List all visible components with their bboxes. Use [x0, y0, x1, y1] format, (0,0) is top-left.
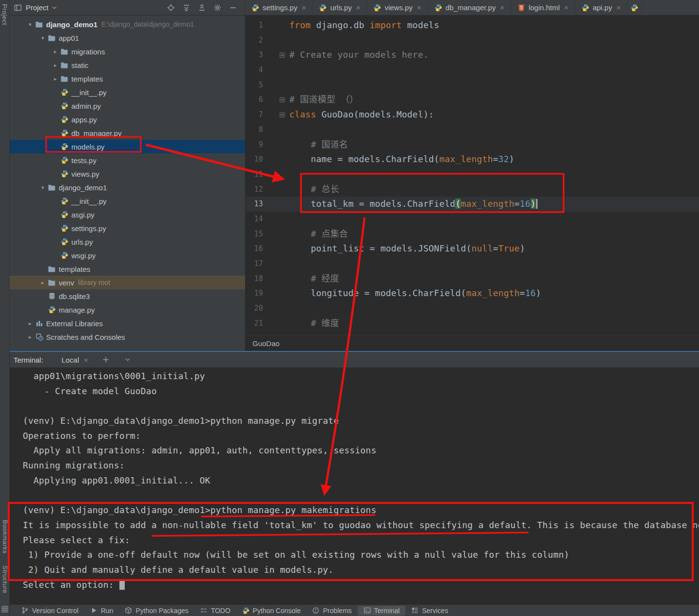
statusbar-terminal[interactable]: Terminal [358, 606, 406, 616]
chevron-right-icon[interactable]: ▸ [38, 280, 48, 286]
strip-project-label[interactable]: Project [1, 4, 8, 25]
line-number[interactable]: 12 [246, 182, 263, 197]
chevron-right-icon[interactable]: ▸ [25, 334, 35, 340]
terminal-tab-local[interactable]: Local × [62, 356, 88, 364]
statusbar-python-console[interactable]: Python Console [236, 606, 307, 616]
tree-item-django_demo1[interactable]: ▾django_demo1E:\django_data\django_demo1 [10, 17, 245, 31]
editor-tab-settings.py[interactable]: settings.py× [245, 0, 313, 15]
line-number[interactable]: 2 [246, 33, 263, 48]
code-line-11[interactable]: 11 [246, 167, 699, 182]
line-number[interactable]: 5 [246, 78, 263, 93]
code-line-2[interactable]: 2 [246, 33, 699, 48]
code-line-18[interactable]: 18 # 经度 [246, 271, 699, 286]
code-line-4[interactable]: 4 [246, 63, 699, 78]
fold-icon[interactable] [280, 112, 285, 117]
chevron-down-icon[interactable] [123, 356, 132, 364]
line-number[interactable]: 21 [246, 316, 263, 331]
editor-tab-db_manager.py[interactable]: db_manager.py× [428, 0, 511, 15]
code-line-6[interactable]: 6# 国道模型 （） [246, 92, 699, 107]
tree-item-django_demo1[interactable]: ▾django_demo1 [10, 181, 245, 194]
tree-item-asgi.py[interactable]: asgi.py [10, 208, 245, 221]
line-number[interactable]: 13 [246, 197, 263, 212]
tree-item-__init__.py[interactable]: __init__.py [10, 85, 245, 99]
tree-item-static[interactable]: ▸static [10, 58, 245, 72]
strip-bookmarks-label[interactable]: Bookmarks [1, 520, 9, 554]
line-number[interactable]: 7 [246, 107, 263, 122]
code-line-15[interactable]: 15 # 点集合 [246, 227, 699, 242]
fold-icon[interactable] [280, 52, 285, 58]
line-number[interactable]: 14 [246, 212, 263, 227]
tree-item-__init__.py[interactable]: __init__.py [10, 194, 245, 208]
chevron-right-icon[interactable]: ▸ [50, 49, 60, 55]
line-number[interactable]: 4 [246, 63, 263, 78]
code-line-10[interactable]: 10 name = models.CharField(max_length=32… [246, 152, 699, 167]
editor-tab-api.py[interactable]: api.py× [575, 0, 628, 15]
statusbar-version-control[interactable]: Version Control [16, 606, 84, 616]
chevron-right-icon[interactable]: ▸ [50, 62, 60, 68]
chevron-down-icon[interactable]: ▾ [38, 184, 48, 191]
line-number[interactable]: 16 [246, 241, 263, 256]
strip-structure-label[interactable]: Structure [1, 566, 9, 593]
close-icon[interactable]: × [417, 3, 421, 12]
code-editor[interactable]: 1from django.db import models23# Create … [245, 16, 699, 335]
tree-item-venv[interactable]: ▸venvlibrary root [10, 276, 245, 289]
chevron-right-icon[interactable]: ▸ [25, 320, 35, 327]
fold-icon[interactable] [280, 97, 285, 102]
statusbar-python-packages[interactable]: Python Packages [119, 606, 194, 616]
tree-item-Scratches-and-Consoles[interactable]: ▸Scratches and Consoles [10, 330, 245, 344]
code-line-14[interactable]: 14 [246, 212, 699, 227]
tree-item-views.py[interactable]: views.py [10, 167, 245, 181]
statusbar-problems[interactable]: Problems [306, 606, 357, 616]
close-icon[interactable]: × [616, 3, 621, 12]
tree-item-tests.py[interactable]: tests.py [10, 153, 245, 167]
code-line-21[interactable]: 21 # 维度 [246, 316, 699, 331]
code-line-20[interactable]: 20 [246, 301, 699, 316]
project-tree[interactable]: ▾django_demo1E:\django_data\django_demo1… [10, 16, 245, 351]
close-icon[interactable]: × [302, 3, 306, 12]
line-number[interactable]: 1 [246, 18, 263, 33]
tree-item-templates[interactable]: templates [10, 262, 245, 276]
project-header-title[interactable]: Project [26, 3, 49, 12]
line-number[interactable]: 10 [246, 152, 263, 167]
code-line-7[interactable]: 7class GuoDao(models.Model): [246, 107, 699, 122]
close-icon[interactable]: × [564, 3, 568, 12]
close-icon[interactable]: × [500, 3, 504, 12]
tree-item-apps.py[interactable]: apps.py [10, 113, 245, 126]
collapse-all-icon[interactable] [198, 3, 206, 12]
line-number[interactable]: 11 [246, 167, 263, 182]
line-number[interactable]: 6 [246, 92, 263, 107]
new-terminal-icon[interactable] [101, 356, 110, 364]
editor-tab-urls.py[interactable]: urls.py× [313, 0, 367, 15]
code-line-8[interactable]: 8 [246, 122, 699, 137]
tree-item-db.sqlite3[interactable]: db.sqlite3 [10, 289, 245, 303]
gear-icon[interactable] [213, 3, 221, 12]
chevron-down-icon[interactable] [50, 3, 59, 12]
tree-item-wsgi.py[interactable]: wsgi.py [10, 249, 245, 262]
code-line-12[interactable]: 12 # 总长 [246, 182, 699, 197]
expand-all-icon[interactable] [182, 3, 190, 12]
editor-tab-overflow[interactable] [628, 0, 642, 15]
chevron-down-icon[interactable]: ▾ [25, 21, 35, 28]
tree-item-settings.py[interactable]: settings.py [10, 221, 245, 235]
line-number[interactable]: 19 [246, 286, 263, 301]
code-line-13[interactable]: 13 total_km = models.CharField(max_lengt… [246, 197, 699, 212]
locate-file-icon[interactable] [166, 3, 175, 12]
line-number[interactable]: 8 [246, 122, 263, 137]
chevron-down-icon[interactable]: ▾ [38, 35, 48, 41]
code-line-19[interactable]: 19 longitude = models.CharField(max_leng… [246, 286, 699, 301]
tree-item-External-Libraries[interactable]: ▸External Libraries [10, 316, 245, 330]
tree-item-app01[interactable]: ▾app01 [10, 31, 245, 45]
statusbar-run[interactable]: Run [84, 606, 119, 616]
editor-tab-views.py[interactable]: views.py× [367, 0, 428, 15]
code-line-3[interactable]: 3# Create your models here. [246, 48, 699, 63]
code-line-5[interactable]: 5 [246, 78, 699, 93]
line-number[interactable]: 9 [246, 137, 263, 152]
chevron-right-icon[interactable]: ▸ [50, 76, 60, 82]
tree-item-urls.py[interactable]: urls.py [10, 235, 245, 249]
hide-panel-icon[interactable] [229, 3, 237, 12]
close-icon[interactable]: × [84, 356, 88, 364]
grid-icon[interactable] [1, 605, 9, 613]
tree-item-db_manager.py[interactable]: db_manager.py [10, 126, 245, 140]
statusbar-todo[interactable]: TODO [194, 606, 236, 616]
code-line-17[interactable]: 17 [246, 256, 699, 271]
